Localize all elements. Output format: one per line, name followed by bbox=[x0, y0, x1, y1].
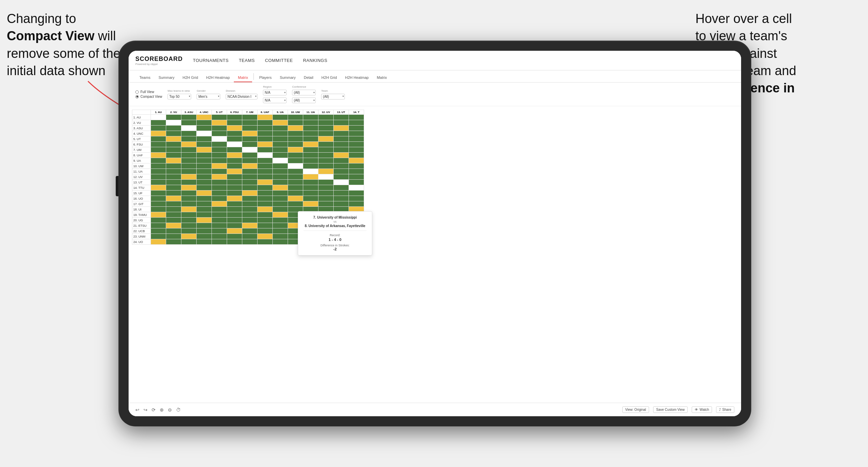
tab-detail[interactable]: Detail bbox=[300, 73, 317, 82]
matrix-cell[interactable] bbox=[258, 126, 273, 131]
matrix-cell[interactable] bbox=[303, 115, 318, 120]
matrix-cell[interactable] bbox=[258, 115, 273, 120]
matrix-cell[interactable] bbox=[166, 153, 181, 158]
conference-select-2[interactable]: (All) bbox=[292, 97, 316, 103]
matrix-cell[interactable] bbox=[212, 131, 227, 136]
matrix-cell[interactable] bbox=[227, 201, 242, 207]
matrix-cell[interactable] bbox=[318, 196, 334, 201]
matrix-cell[interactable] bbox=[166, 120, 181, 126]
matrix-cell[interactable] bbox=[349, 174, 364, 180]
matrix-cell[interactable] bbox=[212, 239, 227, 245]
compact-view-radio[interactable] bbox=[135, 95, 139, 98]
matrix-cell[interactable] bbox=[151, 196, 166, 201]
matrix-cell[interactable] bbox=[258, 153, 273, 158]
matrix-cell[interactable] bbox=[227, 131, 242, 136]
matrix-cell[interactable] bbox=[197, 207, 212, 212]
matrix-cell[interactable] bbox=[151, 239, 166, 245]
matrix-cell[interactable] bbox=[151, 228, 166, 234]
max-teams-select[interactable]: Top 50 bbox=[168, 94, 191, 99]
matrix-cell[interactable] bbox=[349, 136, 364, 142]
matrix-cell[interactable] bbox=[258, 147, 273, 153]
matrix-cell[interactable] bbox=[303, 126, 318, 131]
matrix-cell[interactable] bbox=[258, 180, 273, 185]
matrix-cell[interactable] bbox=[318, 174, 334, 180]
matrix-cell[interactable] bbox=[288, 180, 303, 185]
matrix-cell[interactable] bbox=[349, 169, 364, 174]
matrix-cell[interactable] bbox=[197, 147, 212, 153]
matrix-cell[interactable] bbox=[181, 115, 197, 120]
matrix-cell[interactable] bbox=[273, 158, 288, 163]
matrix-cell[interactable] bbox=[318, 163, 334, 169]
tab-players[interactable]: Players bbox=[255, 73, 276, 82]
matrix-cell[interactable] bbox=[258, 196, 273, 201]
matrix-cell[interactable] bbox=[303, 174, 318, 180]
matrix-cell[interactable] bbox=[258, 174, 273, 180]
matrix-cell[interactable] bbox=[166, 207, 181, 212]
matrix-cell[interactable] bbox=[273, 169, 288, 174]
matrix-cell[interactable] bbox=[318, 131, 334, 136]
matrix-cell[interactable] bbox=[273, 185, 288, 191]
matrix-cell[interactable] bbox=[303, 180, 318, 185]
matrix-cell[interactable] bbox=[318, 142, 334, 147]
matrix-cell[interactable] bbox=[151, 126, 166, 131]
matrix-cell[interactable] bbox=[197, 169, 212, 174]
matrix-cell[interactable] bbox=[242, 163, 258, 169]
matrix-cell[interactable] bbox=[151, 163, 166, 169]
matrix-cell[interactable] bbox=[349, 201, 364, 207]
matrix-cell[interactable] bbox=[227, 239, 242, 245]
matrix-cell[interactable] bbox=[197, 180, 212, 185]
matrix-cell[interactable] bbox=[212, 136, 227, 142]
matrix-cell[interactable] bbox=[242, 196, 258, 201]
matrix-cell[interactable] bbox=[273, 120, 288, 126]
matrix-cell[interactable] bbox=[273, 136, 288, 142]
matrix-cell[interactable] bbox=[166, 185, 181, 191]
matrix-cell[interactable] bbox=[166, 218, 181, 223]
matrix-cell[interactable] bbox=[151, 207, 166, 212]
matrix-cell[interactable] bbox=[166, 115, 181, 120]
matrix-cell[interactable] bbox=[303, 169, 318, 174]
matrix-cell[interactable] bbox=[197, 212, 212, 218]
matrix-cell[interactable] bbox=[258, 163, 273, 169]
matrix-cell[interactable] bbox=[334, 185, 349, 191]
tab-h2h-grid-1[interactable]: H2H Grid bbox=[178, 73, 202, 82]
matrix-cell[interactable] bbox=[349, 163, 364, 169]
matrix-cell[interactable] bbox=[227, 207, 242, 212]
matrix-cell[interactable] bbox=[197, 115, 212, 120]
matrix-cell[interactable] bbox=[242, 212, 258, 218]
matrix-cell[interactable] bbox=[258, 120, 273, 126]
matrix-cell[interactable] bbox=[318, 191, 334, 196]
matrix-cell[interactable] bbox=[334, 163, 349, 169]
matrix-cell[interactable] bbox=[212, 212, 227, 218]
matrix-cell[interactable] bbox=[334, 158, 349, 163]
zoom-icon[interactable]: ⊕ bbox=[160, 407, 164, 413]
tab-matrix-2[interactable]: Matrix bbox=[373, 73, 391, 82]
matrix-cell[interactable] bbox=[318, 120, 334, 126]
matrix-cell[interactable] bbox=[258, 218, 273, 223]
matrix-cell[interactable] bbox=[242, 234, 258, 239]
matrix-cell[interactable] bbox=[212, 228, 227, 234]
matrix-cell[interactable] bbox=[166, 196, 181, 201]
matrix-cell[interactable] bbox=[212, 201, 227, 207]
matrix-cell[interactable] bbox=[303, 120, 318, 126]
matrix-cell[interactable] bbox=[212, 196, 227, 201]
matrix-cell[interactable] bbox=[349, 120, 364, 126]
matrix-cell[interactable] bbox=[303, 136, 318, 142]
matrix-cell[interactable] bbox=[318, 169, 334, 174]
matrix-cell[interactable] bbox=[151, 180, 166, 185]
matrix-cell[interactable] bbox=[197, 158, 212, 163]
matrix-cell[interactable] bbox=[303, 185, 318, 191]
matrix-cell[interactable] bbox=[227, 212, 242, 218]
matrix-cell[interactable] bbox=[212, 218, 227, 223]
matrix-cell[interactable] bbox=[227, 147, 242, 153]
matrix-cell[interactable] bbox=[181, 191, 197, 196]
matrix-cell[interactable] bbox=[166, 180, 181, 185]
matrix-cell[interactable] bbox=[334, 169, 349, 174]
matrix-cell[interactable] bbox=[197, 196, 212, 201]
matrix-cell[interactable] bbox=[151, 147, 166, 153]
matrix-cell[interactable] bbox=[181, 223, 197, 228]
full-view-radio[interactable] bbox=[135, 90, 139, 94]
matrix-cell[interactable] bbox=[212, 158, 227, 163]
nav-tournaments[interactable]: TOURNAMENTS bbox=[193, 58, 229, 63]
matrix-cell[interactable] bbox=[151, 223, 166, 228]
matrix-cell[interactable] bbox=[288, 126, 303, 131]
